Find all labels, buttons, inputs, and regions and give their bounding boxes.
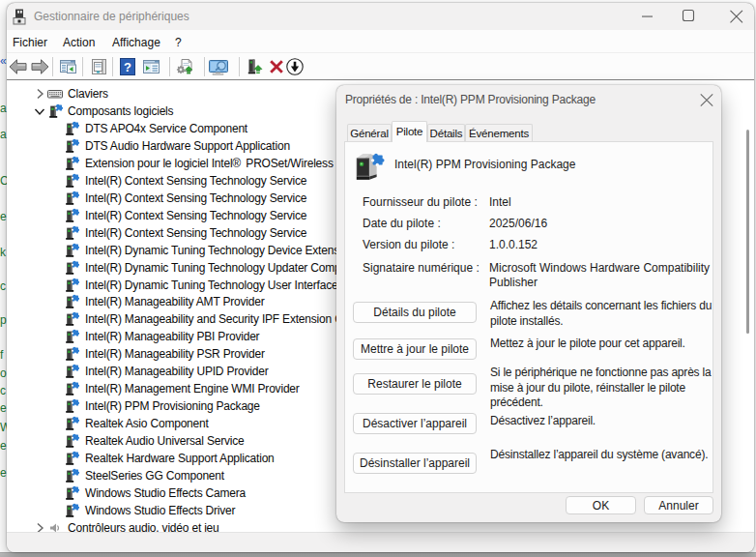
svg-text:?: ? xyxy=(124,60,131,74)
